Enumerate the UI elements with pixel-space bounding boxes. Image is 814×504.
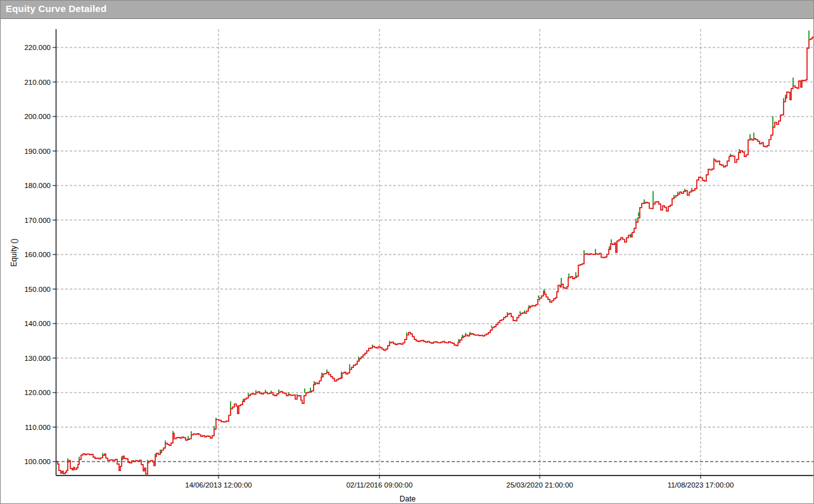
x-tick-label: 14/06/2013 12:00:00	[185, 481, 252, 489]
y-tick-label: 130.000	[24, 355, 51, 362]
equity-chart-canvas: 100.000110.000120.000130.000140.000150.0…	[1, 20, 814, 504]
y-tick-label: 160.000	[24, 251, 51, 258]
x-axis-title: Date	[1, 495, 814, 503]
y-tick-label: 200.000	[24, 113, 51, 120]
y-tick-label: 170.000	[24, 217, 51, 224]
y-tick-label: 120.000	[24, 389, 51, 396]
y-tick-label: 110.000	[25, 424, 51, 431]
chart-area: 100.000110.000120.000130.000140.000150.0…	[1, 20, 814, 504]
y-tick-label: 220.000	[24, 44, 51, 51]
winning-trade-ticks	[68, 30, 809, 462]
y-tick-label: 100.000	[24, 458, 51, 465]
y-axis-title: Equity ()	[10, 126, 18, 379]
y-tick-label: 210.000	[24, 79, 51, 86]
x-tick-label: 25/03/2020 21:00:00	[506, 481, 573, 489]
y-tick-label: 180.000	[24, 182, 51, 189]
vertical-gridlines	[219, 29, 701, 476]
equity-curve-window: Equity Curve Detailed 100.000110.000120.…	[0, 0, 814, 504]
window-title-bar[interactable]: Equity Curve Detailed	[1, 1, 813, 19]
y-tick-label: 190.000	[24, 148, 51, 155]
y-axis-tick-labels: 100.000110.000120.000130.000140.000150.0…	[24, 44, 51, 465]
y-tick-label: 150.000	[24, 286, 51, 293]
x-axis-tick-labels: 14/06/2013 12:00:0002/11/2016 09:00:0025…	[185, 481, 734, 489]
x-tick-label: 02/11/2016 09:00:00	[347, 481, 413, 489]
window-title: Equity Curve Detailed	[1, 1, 813, 14]
axis-tick-marks	[53, 47, 701, 479]
equity-curve-line	[56, 37, 813, 474]
y-tick-label: 140.000	[24, 320, 51, 327]
horizontal-gridlines	[56, 47, 814, 427]
x-tick-label: 11/08/2023 17:00:00	[668, 481, 734, 489]
